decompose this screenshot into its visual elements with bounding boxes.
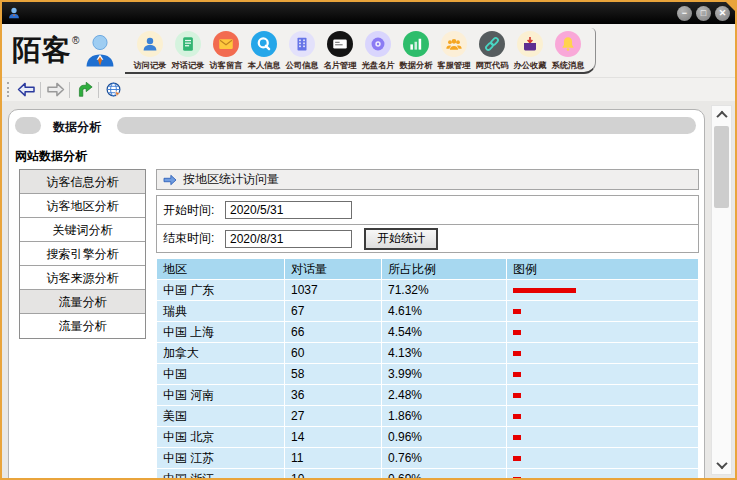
sidebar-item-keyword-analysis[interactable]: 关键词分析 [20, 218, 145, 242]
company-info-icon [289, 31, 315, 57]
legend-bar [513, 393, 521, 398]
toolbar-label: 网页代码 [475, 59, 510, 71]
percent-cell: 0.96% [382, 427, 507, 448]
table-row[interactable]: 瑞典 67 4.61% [157, 301, 699, 322]
titlebar: − □ ✕ [2, 2, 735, 24]
maximize-button[interactable]: □ [696, 6, 711, 21]
end-time-input[interactable] [225, 230, 352, 248]
app-icon [7, 6, 21, 20]
back-icon[interactable] [15, 80, 37, 99]
sidebar-item-search-engine-analysis[interactable]: 搜索引擎分析 [20, 242, 145, 266]
scrollbar-thumb[interactable] [714, 126, 729, 208]
minimize-button[interactable]: − [677, 6, 692, 21]
visit-records-icon [137, 31, 163, 57]
toolbar-icon-strip: 访问记录 对话记录 访客留言 本人信息 公司信息 名片管理 光盘名片 数据分析 … [125, 28, 596, 74]
tab-stub[interactable] [15, 117, 41, 134]
webpage-code-icon [479, 31, 505, 57]
logo-registered-mark: ® [72, 35, 79, 46]
toolbar-button-card-management[interactable]: 名片管理 [321, 31, 359, 72]
end-time-row: 结束时间: 开始统计 [157, 224, 698, 252]
toolbar-button-office-favorites[interactable]: 办公收藏 [511, 31, 549, 72]
legend-cell [507, 322, 699, 343]
toolbar-button-company-info[interactable]: 公司信息 [283, 31, 321, 72]
count-cell: 58 [285, 364, 382, 385]
data-analysis-icon [403, 31, 429, 57]
toolbar-button-my-info[interactable]: 本人信息 [245, 31, 283, 72]
legend-cell [507, 364, 699, 385]
navigation-bar [2, 78, 735, 101]
scroll-down-icon[interactable] [712, 456, 731, 474]
sidebar-item-traffic-analysis[interactable]: 流量分析 [20, 314, 145, 338]
toolbar-button-disc-card[interactable]: 光盘名片 [359, 31, 397, 72]
separator [40, 82, 41, 98]
app-window: − □ ✕ 陌客 ® 访问记录 对话记录 [0, 0, 737, 480]
chat-records-icon [175, 31, 201, 57]
toolbar-button-visitor-messages[interactable]: 访客留言 [207, 31, 245, 72]
start-time-row: 开始时间: [157, 196, 698, 224]
toolbar-label: 光盘名片 [361, 59, 396, 71]
scroll-up-icon[interactable] [712, 106, 731, 124]
legend-bar [513, 330, 521, 335]
toolbar-button-service-management[interactable]: 客服管理 [435, 31, 473, 72]
workspace: 数据分析 网站数据分析 访客信息分析访客地区分析关键词分析搜索引擎分析访客来源分… [2, 101, 735, 478]
region-cell: 中国 河南 [157, 385, 285, 406]
legend-bar [513, 477, 521, 478]
table-row[interactable]: 中国 浙江 10 0.69% [157, 469, 699, 479]
legend-bar [513, 309, 521, 314]
sidebar-item-traffic-analysis-group[interactable]: 流量分析 [20, 290, 145, 314]
jump-arrow-icon[interactable] [73, 80, 95, 99]
sidebar-item-visitor-info-analysis[interactable]: 访客信息分析 [20, 170, 145, 194]
sidebar-item-visitor-region-analysis[interactable]: 访客地区分析 [20, 194, 145, 218]
vertical-scrollbar[interactable] [711, 105, 732, 475]
count-cell: 14 [285, 427, 382, 448]
active-tab-label[interactable]: 数据分析 [53, 119, 101, 136]
separator [69, 82, 70, 98]
toolbar-label: 公司信息 [285, 59, 320, 71]
legend-cell [507, 448, 699, 469]
table-row[interactable]: 中国 58 3.99% [157, 364, 699, 385]
table-row[interactable]: 中国 河南 36 2.48% [157, 385, 699, 406]
app-logo: 陌客 ® [2, 32, 123, 70]
sidebar-item-visitor-source-analysis[interactable]: 访客来源分析 [20, 266, 145, 290]
toolbar-button-system-messages[interactable]: 系统消息 [549, 31, 587, 72]
panel-title: 按地区统计访问量 [183, 171, 279, 188]
card-management-icon [327, 31, 353, 57]
table-row[interactable]: 中国 广东 1037 71.32% [157, 280, 699, 301]
percent-cell: 1.86% [382, 406, 507, 427]
legend-cell [507, 343, 699, 364]
percent-cell: 3.99% [382, 364, 507, 385]
toolbar-label: 数据分析 [399, 59, 434, 71]
table-row[interactable]: 加拿大 60 4.13% [157, 343, 699, 364]
forward-icon[interactable] [44, 80, 66, 99]
section-title: 网站数据分析 [15, 148, 87, 165]
start-time-input[interactable] [225, 201, 352, 219]
column-header: 对话量 [285, 259, 382, 280]
table-row[interactable]: 美国 27 1.86% [157, 406, 699, 427]
region-cell: 加拿大 [157, 343, 285, 364]
toolbar-button-chat-records[interactable]: 对话记录 [169, 31, 207, 72]
count-cell: 67 [285, 301, 382, 322]
start-statistics-button[interactable]: 开始统计 [364, 228, 438, 250]
table-row[interactable]: 中国 江苏 11 0.76% [157, 448, 699, 469]
toolbar-label: 本人信息 [247, 59, 282, 71]
tab-bar [117, 117, 696, 134]
toolbar-button-visit-records[interactable]: 访问记录 [131, 31, 169, 72]
region-cell: 中国 上海 [157, 322, 285, 343]
column-header: 图例 [507, 259, 699, 280]
table-row[interactable]: 中国 北京 14 0.96% [157, 427, 699, 448]
globe-icon[interactable] [102, 80, 124, 99]
table-row[interactable]: 中国 上海 66 4.54% [157, 322, 699, 343]
percent-cell: 4.54% [382, 322, 507, 343]
toolbar-button-data-analysis[interactable]: 数据分析 [397, 31, 435, 72]
service-management-icon [441, 31, 467, 57]
legend-cell [507, 469, 699, 479]
statistics-form: 开始时间: 结束时间: 开始统计 [156, 195, 699, 253]
visitor-messages-icon [213, 31, 239, 57]
toolbar-grip[interactable] [7, 82, 10, 97]
content-panel: 数据分析 网站数据分析 访客信息分析访客地区分析关键词分析搜索引擎分析访客来源分… [8, 109, 705, 478]
end-time-label: 结束时间: [163, 230, 225, 247]
separator [98, 82, 99, 98]
toolbar-button-webpage-code[interactable]: 网页代码 [473, 31, 511, 72]
legend-bar [513, 456, 521, 461]
region-cell: 中国 江苏 [157, 448, 285, 469]
